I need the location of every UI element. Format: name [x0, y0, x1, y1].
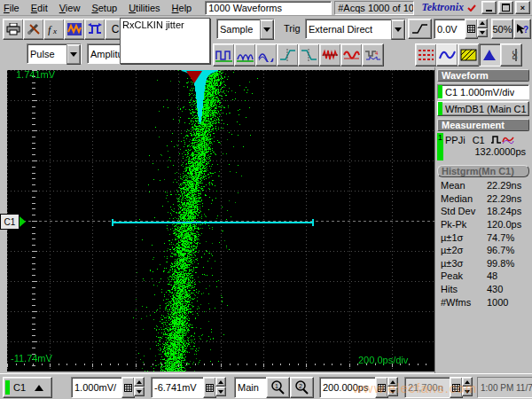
horizontal-scale-keypad-button[interactable]: [375, 377, 388, 398]
vertical-position-value: -6.741mV: [154, 382, 197, 393]
spin-down-icon[interactable]: [215, 387, 226, 396]
stat-label: µ±3σ: [441, 258, 487, 269]
meas-fall-time-button[interactable]: [298, 43, 320, 66]
channel-marker[interactable]: C1: [0, 214, 26, 230]
restore-button[interactable]: [498, 1, 513, 14]
acquisition-mode-dropdown[interactable]: Sample: [216, 19, 275, 39]
horizontal-position-field[interactable]: 21,700n: [404, 377, 453, 398]
mask-test-button[interactable]: [458, 43, 480, 66]
horizontal-position-keypad-button[interactable]: [450, 377, 463, 398]
zoom-trace-icon: [88, 23, 102, 35]
measurement-value: 132.0000ps: [443, 146, 529, 157]
vertical-position-field[interactable]: -6.741mV: [151, 377, 207, 398]
histogram-mode-button[interactable]: [479, 43, 501, 66]
menu-utilities[interactable]: Utilities: [129, 3, 160, 13]
channel-select-button[interactable]: C1: [3, 377, 52, 398]
waveform-item-wfmdb1[interactable]: WfmDB1 (Main C1: [437, 101, 529, 116]
zoom-2-button[interactable]: 2: [290, 377, 314, 398]
spin-down-icon[interactable]: [462, 387, 473, 396]
trigger-position-marker[interactable]: [186, 71, 202, 83]
noise-pulse-icon: [322, 48, 339, 62]
meas-noise-wave-button[interactable]: [340, 43, 363, 66]
close-button[interactable]: ×: [515, 1, 530, 14]
measurement-item[interactable]: 1 PPJi C1 132.0000ps: [437, 133, 529, 160]
meas-noise-pulse-button[interactable]: [319, 43, 341, 66]
trigger-source-value: External Direct: [306, 20, 372, 38]
close-icon: ×: [520, 4, 525, 12]
waveform-item-c1[interactable]: C1 1.000mV/div: [437, 84, 529, 99]
toolbar-acquisition: fx C Sample Trig External Direct 0.0V: [0, 16, 532, 41]
acquisition-mode-arrow[interactable]: [260, 20, 274, 40]
stat-row-peak: Peak48: [441, 270, 529, 283]
horizontal-scale-field[interactable]: 200.000ps: [319, 377, 379, 398]
spin-up-icon[interactable]: [134, 377, 145, 387]
setup-tools-button[interactable]: [23, 19, 44, 40]
meas-rise-time-button[interactable]: [277, 43, 299, 66]
timebase-field[interactable]: Main: [234, 377, 267, 398]
stat-value: 48: [487, 270, 497, 281]
stat-value: 74.7%: [487, 232, 514, 243]
measurement-source: C1: [473, 135, 485, 145]
chevron-down-icon: [70, 52, 77, 57]
trigger-source-dropdown[interactable]: External Direct: [305, 19, 406, 39]
pulse-train-icon: [237, 48, 254, 62]
square-wave-icon: [215, 48, 232, 62]
measurement-header-text: Measurement: [442, 120, 505, 130]
menu-help[interactable]: Help: [172, 3, 192, 13]
vertical-scale-keypad-button[interactable]: [121, 377, 135, 398]
trigger-level-field[interactable]: 0.0V: [434, 19, 468, 39]
stat-label: #Wfms: [441, 297, 487, 308]
svg-text:1: 1: [275, 383, 278, 389]
measure-class-value: Pulse: [27, 44, 55, 63]
zoom-1-button[interactable]: 1: [266, 377, 290, 398]
spin-down-icon[interactable]: [387, 387, 398, 396]
horizontal-position-spinner[interactable]: [462, 377, 473, 396]
comm-trigger-button[interactable]: [415, 43, 437, 66]
svg-text:4: 4: [375, 51, 379, 56]
vertical-scale-spinner[interactable]: [134, 377, 145, 396]
meas-square-wave-button[interactable]: [213, 43, 235, 66]
trigger-slope-button[interactable]: [408, 19, 432, 39]
zoom-trace-button[interactable]: [84, 19, 106, 40]
menu-view[interactable]: View: [59, 3, 81, 13]
spin-up-icon[interactable]: [387, 377, 398, 387]
spin-up-icon[interactable]: [462, 377, 473, 387]
menu-file[interactable]: File: [4, 3, 20, 13]
meas-pulse-train-button[interactable]: [234, 43, 256, 66]
vertical-label-button[interactable]: DC: [500, 43, 522, 66]
math-button[interactable]: fx: [43, 19, 65, 40]
waveform-display-button[interactable]: [64, 19, 85, 40]
minimize-button[interactable]: [481, 1, 497, 14]
stat-row-mu3sigma: µ±3σ99.8%: [441, 257, 529, 270]
vertical-position-keypad-button[interactable]: [203, 377, 216, 398]
vertical-position-spinner[interactable]: [215, 377, 226, 396]
waveform-view-button[interactable]: [436, 43, 458, 66]
spin-down-icon[interactable]: [134, 387, 145, 396]
trigger-source-arrow[interactable]: [391, 20, 405, 40]
stat-label: Median: [441, 193, 487, 204]
waveform-count-field: 1000 Waveforms: [205, 1, 332, 15]
menu-edit[interactable]: Edit: [31, 3, 48, 13]
horizontal-scale-spinner[interactable]: [387, 377, 398, 396]
meas-timing-grid-button[interactable]: 4: [362, 43, 384, 66]
meas-sine-pair-button[interactable]: [255, 43, 278, 66]
fall-time-icon: [301, 48, 317, 62]
clock-value: 1:00 PM 11/7/05: [481, 383, 532, 393]
spin-down-icon[interactable]: [477, 28, 488, 38]
clock-field: 1:00 PM 11/7/05: [477, 377, 532, 398]
menu-setup[interactable]: Setup: [91, 3, 117, 13]
vertical-scale-field[interactable]: 1.000mV/: [71, 377, 125, 398]
spin-up-icon[interactable]: [215, 377, 226, 387]
waveform-item-c1-label: C1 1.000mV/div: [445, 87, 514, 98]
trigger-level-keypad-button[interactable]: [465, 19, 478, 39]
keypad-icon: [378, 384, 386, 392]
context-help-button[interactable]: ?: [513, 19, 531, 39]
spin-up-icon[interactable]: [477, 19, 488, 28]
measure-class-arrow[interactable]: [66, 44, 81, 65]
set-50-percent-button[interactable]: 50%: [491, 19, 513, 39]
histogram-triangle-icon: [481, 48, 498, 62]
print-button[interactable]: [3, 19, 24, 40]
measure-class-dropdown[interactable]: Pulse: [27, 43, 82, 64]
trigger-level-spinner[interactable]: [477, 19, 488, 37]
bottom-scale-label: -11.74mV: [11, 353, 52, 364]
